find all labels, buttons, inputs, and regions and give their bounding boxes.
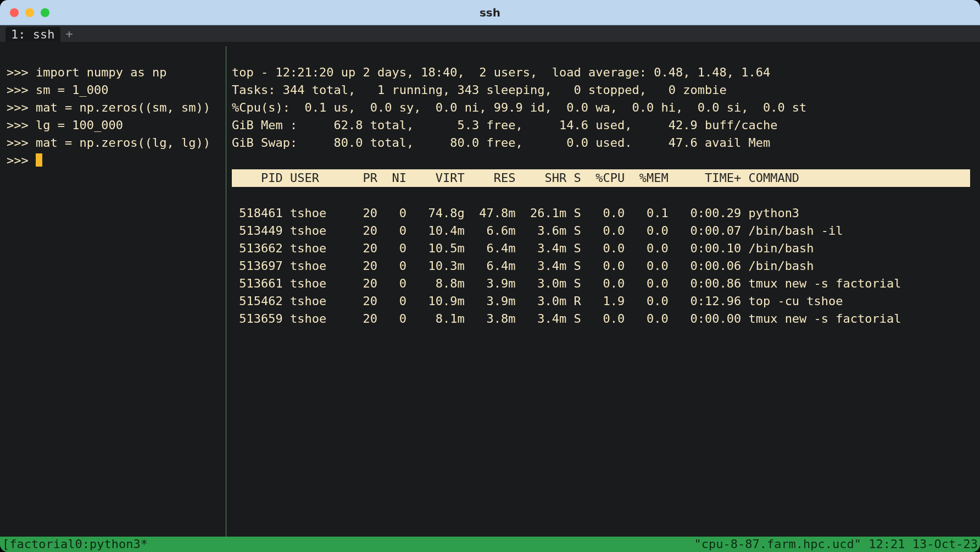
- terminal-body[interactable]: >>> import numpy as np >>> sm = 1_000 >>…: [0, 42, 980, 537]
- top-header-row: PID USER PR NI VIRT RES SHR S %CPU %MEM …: [232, 169, 970, 187]
- repl-line: >>> lg = 100_000: [7, 118, 123, 132]
- top-process-row: 513449 tshoe 20 0 10.4m 6.6m 3.6m S 0.0 …: [232, 224, 843, 238]
- status-left: [factorial0:python3*: [2, 537, 148, 552]
- top-summary-line: Tasks: 344 total, 1 running, 343 sleepin…: [232, 83, 727, 97]
- terminal-window: ssh 1: ssh + >>> import numpy as np >>> …: [0, 0, 980, 552]
- tmux-status-bar: [factorial0:python3* "cpu-8-87.farm.hpc.…: [0, 537, 980, 552]
- repl-line: >>> mat = np.zeros((sm, sm)): [7, 101, 210, 114]
- status-right: "cpu-8-87.farm.hpc.ucd" 12:21 13-Oct-23: [694, 537, 978, 552]
- tmux-pane-right[interactable]: top - 12:21:20 up 2 days, 18:40, 2 users…: [226, 46, 973, 537]
- top-summary-line: GiB Swap: 80.0 total, 80.0 free, 0.0 use…: [232, 136, 770, 150]
- top-process-row: 513662 tshoe 20 0 10.5m 6.4m 3.4m S 0.0 …: [232, 241, 814, 255]
- top-process-row: 513697 tshoe 20 0 10.3m 6.4m 3.4m S 0.0 …: [232, 259, 814, 273]
- titlebar: ssh: [0, 0, 980, 25]
- tmux-pane-left[interactable]: >>> import numpy as np >>> sm = 1_000 >>…: [7, 46, 226, 537]
- top-process-row: 515462 tshoe 20 0 10.9m 3.9m 3.0m R 1.9 …: [232, 294, 843, 308]
- top-process-row: 513659 tshoe 20 0 8.1m 3.8m 3.4m S 0.0 0…: [232, 312, 901, 325]
- top-summary-line: top - 12:21:20 up 2 days, 18:40, 2 users…: [232, 65, 770, 79]
- tab-ssh[interactable]: 1: ssh: [5, 27, 60, 42]
- tab-label: ssh: [33, 27, 55, 41]
- repl-line: >>> mat = np.zeros((lg, lg)): [7, 136, 210, 150]
- window-title: ssh: [0, 6, 980, 19]
- tab-strip: 1: ssh +: [0, 25, 980, 42]
- repl-line: >>> import numpy as np: [7, 65, 166, 79]
- cursor-icon: [36, 153, 42, 167]
- new-tab-button[interactable]: +: [66, 27, 73, 41]
- repl-line: >>> sm = 1_000: [7, 83, 108, 97]
- top-summary-line: %Cpu(s): 0.1 us, 0.0 sy, 0.0 ni, 99.9 id…: [232, 101, 806, 114]
- top-summary-line: GiB Mem : 62.8 total, 5.3 free, 14.6 use…: [232, 118, 777, 132]
- top-process-row: 513661 tshoe 20 0 8.8m 3.9m 3.0m S 0.0 0…: [232, 277, 901, 290]
- repl-line: >>>: [7, 153, 42, 167]
- top-process-row: 518461 tshoe 20 0 74.8g 47.8m 26.1m S 0.…: [232, 206, 799, 220]
- tab-index: 1:: [11, 27, 26, 41]
